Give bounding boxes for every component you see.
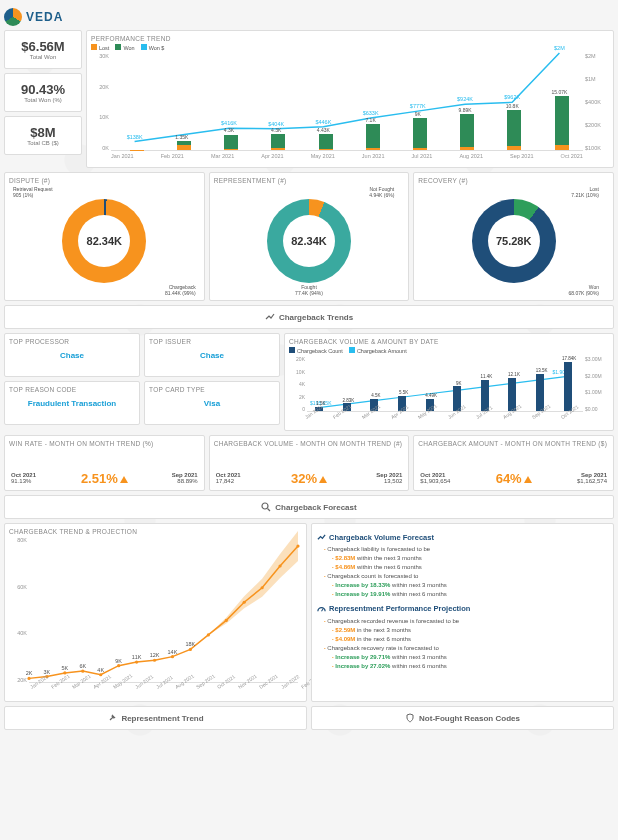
card-title: WIN RATE - MONTH ON MONTH TREND (%) xyxy=(9,440,200,447)
card-title: TOP ISSUER xyxy=(149,338,275,345)
forecast-heading: Representment Performance Projection xyxy=(316,603,609,614)
dispute-card[interactable]: DISPUTE (#) Retrieval Request905 (1%) 82… xyxy=(4,172,205,301)
performance-chart: 30K20K10K0K $2M$1M$400K$200K$100K $138K$… xyxy=(91,53,609,163)
svg-text:$633K: $633K xyxy=(363,110,379,116)
svg-point-22 xyxy=(189,648,192,651)
metric-total-cb[interactable]: $8M Total CB ($) xyxy=(4,116,82,155)
slice-label: Won68.07K (90%) xyxy=(568,284,599,296)
svg-text:12K: 12K xyxy=(150,652,160,658)
svg-text:$2M: $2M xyxy=(554,45,565,51)
cbv-chart: 20K10K4K2K0 $3.00M$2.00M$1.00M$0.00 $195… xyxy=(289,356,609,426)
svg-point-19 xyxy=(135,660,138,663)
metric-label: Total Won (%) xyxy=(7,97,79,103)
svg-text:18K: 18K xyxy=(186,641,196,647)
mom-winrate-card[interactable]: WIN RATE - MONTH ON MONTH TREND (%) Oct … xyxy=(4,435,205,491)
trend-icon xyxy=(265,312,275,322)
card-title: TOP PROCESSOR xyxy=(9,338,135,345)
section-chargeback-trends: Chargeback Trends xyxy=(4,305,614,329)
svg-point-23 xyxy=(207,633,210,636)
arrow-up-icon xyxy=(120,476,128,483)
metric-total-won[interactable]: $6.56M Total Won xyxy=(4,30,82,69)
svg-text:14K: 14K xyxy=(168,649,178,655)
svg-point-16 xyxy=(81,670,84,673)
forecast-text-card: Chargeback Volume Forecast Chargeback li… xyxy=(311,523,614,702)
representment-card[interactable]: REPRESENTMENT (#) Not Fought4.94K (6%) 8… xyxy=(209,172,410,301)
svg-text:11K: 11K xyxy=(132,654,142,660)
svg-text:$777K: $777K xyxy=(410,103,426,109)
metric-label: Total Won xyxy=(7,54,79,60)
donut-chart: 82.34K xyxy=(267,199,351,283)
top-card-type-card[interactable]: TOP CARD TYPE Visa xyxy=(144,381,280,425)
top-reason-card[interactable]: TOP REASON CODE Fraudulent Transaction xyxy=(4,381,140,425)
card-title: REPRESENTMENT (#) xyxy=(214,177,405,184)
chart-title: PERFORMANCE TREND xyxy=(91,35,609,42)
donut-center: 82.34K xyxy=(78,215,130,267)
metric-label: Total CB ($) xyxy=(7,140,79,146)
card-title: TOP CARD TYPE xyxy=(149,386,275,393)
svg-text:$962K: $962K xyxy=(504,94,520,100)
svg-text:$416K: $416K xyxy=(221,120,237,126)
svg-point-26 xyxy=(261,586,264,589)
svg-point-25 xyxy=(243,601,246,604)
trend-icon xyxy=(316,533,326,543)
performance-trend-card[interactable]: PERFORMANCE TREND Lost Won Won $ 30K20K1… xyxy=(86,30,614,168)
section-chargeback-forecast: Chargeback Forecast xyxy=(4,495,614,519)
metric-value: $6.56M xyxy=(7,39,79,54)
metric-value: 90.43% xyxy=(7,82,79,97)
donut-chart: 82.34K xyxy=(62,199,146,283)
card-title: TOP REASON CODE xyxy=(9,386,135,393)
svg-point-20 xyxy=(153,659,156,662)
donut-center: 75.28K xyxy=(488,215,540,267)
logo-icon xyxy=(4,8,22,26)
card-title: CHARGEBACK AMOUNT - MONTH ON MONTH TREND… xyxy=(418,440,609,447)
top-value: Fraudulent Transaction xyxy=(9,399,135,408)
cb-volume-amount-card[interactable]: CHARGEBACK VOLUME & AMOUNT BY DATE Charg… xyxy=(284,333,614,431)
projection-chart: 80K60K40K20K 2K3K5K6K4K9K11K12K14K18K Ja… xyxy=(9,537,302,697)
magnify-icon xyxy=(261,502,271,512)
card-title: CHARGEBACK VOLUME - MONTH ON MONTH TREND… xyxy=(214,440,405,447)
svg-text:9K: 9K xyxy=(115,658,122,664)
top-issuer-card[interactable]: TOP ISSUER Chase xyxy=(144,333,280,377)
slice-label: Lost7.21K (10%) xyxy=(571,186,599,198)
svg-text:6K: 6K xyxy=(79,663,86,669)
svg-text:$138K: $138K xyxy=(127,134,143,140)
slice-label: Chargeback81.44K (99%) xyxy=(165,284,196,296)
slice-label: Fought77.4K (94%) xyxy=(295,284,323,296)
svg-point-24 xyxy=(225,619,228,622)
svg-text:5K: 5K xyxy=(61,665,68,671)
svg-point-18 xyxy=(117,664,120,667)
recovery-card[interactable]: RECOVERY (#) Lost7.21K (10%) 75.28K Won6… xyxy=(413,172,614,301)
header: VEDA xyxy=(4,4,614,30)
svg-line-12 xyxy=(268,509,271,512)
svg-text:$924K: $924K xyxy=(457,96,473,102)
slice-label: Retrieval Request905 (1%) xyxy=(13,186,53,198)
brand-name: VEDA xyxy=(26,10,63,24)
metric-total-won-pct[interactable]: 90.43% Total Won (%) xyxy=(4,73,82,112)
cbv-legend: Chargeback Count Chargeback Amount xyxy=(289,347,609,354)
mom-amount-card[interactable]: CHARGEBACK AMOUNT - MONTH ON MONTH TREND… xyxy=(413,435,614,491)
shield-icon xyxy=(405,713,415,723)
svg-point-13 xyxy=(27,677,30,680)
metric-value: $8M xyxy=(7,125,79,140)
mom-volume-card[interactable]: CHARGEBACK VOLUME - MONTH ON MONTH TREND… xyxy=(209,435,410,491)
donut-center: 82.34K xyxy=(283,215,335,267)
gauge-icon xyxy=(316,604,326,614)
arrow-up-icon xyxy=(319,476,327,483)
svg-text:4K: 4K xyxy=(97,667,104,673)
top-processor-card[interactable]: TOP PROCESSOR Chase xyxy=(4,333,140,377)
section-not-fought-reason: Not-Fought Reason Codes xyxy=(311,706,614,730)
perf-legend: Lost Won Won $ xyxy=(91,44,609,51)
slice-label: Not Fought4.94K (6%) xyxy=(369,186,394,198)
forecast-heading: Chargeback Volume Forecast xyxy=(316,532,609,543)
svg-text:$446K: $446K xyxy=(315,119,331,125)
svg-point-21 xyxy=(171,655,174,658)
svg-point-28 xyxy=(296,544,299,547)
svg-text:$404K: $404K xyxy=(268,121,284,127)
svg-text:2K: 2K xyxy=(26,670,33,676)
card-title: DISPUTE (#) xyxy=(9,177,200,184)
svg-point-17 xyxy=(99,673,102,676)
top-value: Chase xyxy=(149,351,275,360)
top-value: Chase xyxy=(9,351,135,360)
projection-chart-card[interactable]: CHARGEBACK TREND & PROJECTION 80K60K40K2… xyxy=(4,523,307,702)
card-title: RECOVERY (#) xyxy=(418,177,609,184)
